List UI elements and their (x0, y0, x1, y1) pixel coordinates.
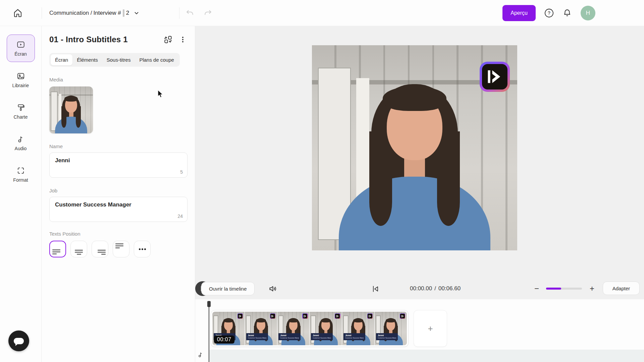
skip-start-icon (372, 285, 380, 293)
sidebar-item-ecran[interactable]: Écran (7, 35, 35, 62)
play-glyph-icon (487, 69, 502, 84)
topbar-actions: Aperçu ? H (502, 0, 595, 26)
position-bottom-left-button[interactable] (49, 241, 66, 257)
text-lines-icon (52, 249, 63, 254)
tab-plans-de-coupe[interactable]: Plans de coupe (135, 54, 178, 65)
name-char-count: 5 (180, 169, 183, 175)
project-title-end: 2 (126, 10, 129, 16)
tab-sous-titres[interactable]: Sous-titres (102, 54, 135, 65)
chat-support-button[interactable] (8, 330, 29, 351)
playplay-logo (480, 62, 510, 92)
position-bottom-center-button[interactable] (70, 241, 87, 257)
name-label: Name (49, 143, 187, 149)
media-label: Media (49, 77, 187, 82)
tab-elements[interactable]: Éléments (72, 54, 102, 65)
help-button[interactable]: ? (544, 8, 554, 18)
clip-filmstrip: JenniCustomer Success Manager JenniCusto… (212, 312, 407, 345)
top-bar: Communication / Interview # 2 Aperçu (0, 0, 644, 26)
zoom-out-button[interactable]: − (534, 285, 539, 292)
audio-track-label (197, 351, 204, 358)
job-char-count: 24 (177, 214, 183, 219)
skip-to-start-button[interactable] (372, 285, 380, 293)
home-button[interactable] (13, 8, 23, 18)
playplay-logo-mini (367, 313, 373, 319)
more-positions-button[interactable] (134, 241, 151, 257)
preview-button[interactable]: Aperçu (502, 5, 536, 21)
kebab-menu-button[interactable] (178, 35, 187, 44)
preview-canvas: Ouvrir la timeline 00:00.00 / (195, 26, 644, 299)
add-clip-button[interactable]: + (414, 310, 447, 347)
sidebar-item-label: Audio (15, 146, 27, 151)
breadcrumb[interactable]: Communication / Interview # 2 (49, 0, 139, 26)
help-icon: ? (544, 8, 554, 18)
topbar-divider (179, 7, 179, 19)
audio-icon (16, 135, 25, 143)
name-overlay: JenniCustomer Success Manager (311, 333, 333, 340)
redo-button[interactable] (204, 9, 212, 17)
job-label: Job (49, 188, 187, 193)
zoom-in-button[interactable]: + (590, 285, 594, 293)
brand-kit-icon (16, 103, 25, 112)
name-field[interactable]: Jenni 5 (49, 153, 187, 178)
chat-bubble-icon (14, 338, 24, 344)
media-thumbnail[interactable] (49, 86, 93, 133)
position-bottom-right-button[interactable] (92, 241, 108, 257)
sidebar-item-librairie[interactable]: Librairie (7, 66, 35, 94)
sidebar-item-label: Charte (13, 114, 28, 120)
name-value: Jenni (55, 157, 182, 164)
audio-track[interactable] (209, 350, 644, 362)
video-preview[interactable] (312, 45, 517, 250)
filmstrip-frame: JenniCustomer Success Manager (375, 312, 407, 345)
filmstrip-frame: JenniCustomer Success Manager (245, 312, 277, 345)
playhead[interactable] (207, 301, 211, 362)
volume-button[interactable] (268, 284, 277, 293)
screen-icon (16, 40, 25, 49)
playplay-logo-mini (270, 313, 275, 319)
topbar-divider (42, 7, 42, 19)
tab-ecran[interactable]: Écran (51, 54, 72, 65)
undo-icon (185, 9, 194, 17)
media-thumbnail-image (49, 86, 93, 133)
texts-position-options (49, 241, 187, 257)
bell-icon (563, 9, 572, 17)
text-lines-icon (94, 250, 106, 255)
chevron-down-icon (134, 10, 139, 16)
sidebar-item-format[interactable]: Format (7, 161, 35, 188)
slider-fill (546, 288, 561, 290)
speaker-icon (268, 284, 277, 293)
job-value: Customer Success Manager (55, 201, 182, 208)
project-title-start: Interview # (94, 10, 121, 16)
name-overlay: JenniCustomer Success Manager (376, 333, 398, 340)
app-window: Communication / Interview # 2 Aperçu (0, 0, 644, 362)
playplay-logo-mini (335, 313, 340, 319)
kebab-icon (179, 36, 186, 43)
job-field[interactable]: Customer Success Manager 24 (49, 197, 187, 222)
undo-button[interactable] (185, 9, 194, 17)
music-note-icon (197, 351, 204, 358)
avatar[interactable]: H (581, 6, 595, 20)
panel-tabs: Écran Éléments Sous-titres Plans de coup… (49, 53, 180, 67)
playhead-line (209, 303, 209, 362)
plus-icon: + (428, 323, 433, 334)
notifications-button[interactable] (562, 8, 572, 18)
redo-icon (204, 9, 212, 17)
format-icon (16, 166, 25, 175)
playplay-logo-mini (302, 313, 308, 319)
screen-settings-panel: 01 - Intro Subtitles 1 Écran Éléments So… (42, 26, 195, 362)
timeline-zoom-slider[interactable] (546, 288, 582, 290)
name-overlay: JenniCustomer Success Manager (278, 333, 300, 340)
open-timeline-button[interactable]: Ouvrir la timeline (201, 282, 255, 295)
library-icon (16, 72, 25, 80)
position-top-left-button[interactable] (113, 241, 129, 257)
filmstrip-frame: JenniCustomer Success Manager (277, 312, 310, 345)
sidebar-item-charte[interactable]: Charte (7, 98, 35, 125)
playplay-logo-mini (237, 313, 243, 319)
swap-icon (164, 35, 172, 44)
timeline-clip[interactable]: JenniCustomer Success Manager JenniCusto… (211, 310, 409, 347)
name-overlay: JenniCustomer Success Manager (246, 333, 268, 340)
fit-button[interactable]: Adapter (603, 282, 640, 295)
player-controls: Ouvrir la timeline 00:00.00 / (195, 281, 644, 296)
sidebar-item-audio[interactable]: Audio (7, 129, 35, 157)
replace-media-button[interactable] (163, 35, 173, 44)
sidebar-item-label: Format (13, 177, 28, 183)
